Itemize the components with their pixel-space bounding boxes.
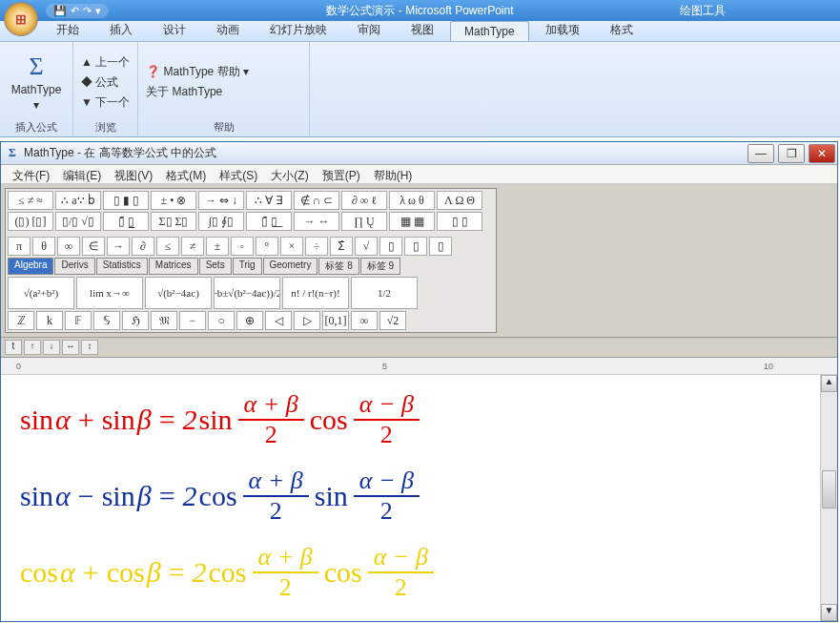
prev-button[interactable]: ▲ 上一个 — [81, 54, 130, 71]
palette-cell[interactable]: → ⇔ ↓ — [198, 191, 244, 210]
palette-cell[interactable]: ▯ ▮ ▯ — [103, 191, 149, 210]
palette-cell[interactable]: Λ Ω Θ — [437, 191, 482, 210]
palette-cell[interactable]: ∴ ∀ ∃ — [246, 191, 292, 210]
qat-redo-icon[interactable]: ↷ — [83, 5, 92, 17]
mathtype-title-bar[interactable]: Σ MathType - 在 高等数学公式 中的公式 — ❐ ✕ — [1, 142, 837, 165]
formula-3[interactable]: cosα + cosβ = 2 cos α + β2 cos α − β2 — [20, 543, 818, 602]
palette-cell[interactable]: ∫▯ ∮▯ — [198, 212, 244, 231]
template-cell[interactable]: (−b±√(b²−4ac))/2a — [214, 277, 280, 309]
symbol-button[interactable]: 𝕊 — [93, 311, 120, 330]
tab-格式[interactable]: 格式 — [596, 18, 647, 41]
symbol-button[interactable]: ○ — [208, 311, 235, 330]
qat-save-icon[interactable]: 💾 — [53, 5, 67, 17]
palette-cell[interactable]: → — [107, 237, 130, 256]
small-tool[interactable]: ↔ — [62, 340, 79, 355]
palette-cell[interactable]: ≤ — [156, 237, 179, 256]
palette-cell[interactable]: π — [8, 237, 31, 256]
palette-tab[interactable]: Matrices — [149, 258, 198, 275]
palette-cell[interactable]: ∈ — [82, 237, 105, 256]
symbol-button[interactable]: 𝔐 — [151, 311, 177, 330]
palette-cell[interactable]: ∉ ∩ ⊂ — [294, 191, 339, 210]
palette-cell[interactable]: √ — [355, 237, 378, 256]
tab-视图[interactable]: 视图 — [397, 18, 448, 41]
scroll-up-icon[interactable]: ▲ — [821, 375, 837, 392]
menu-item[interactable]: 预置(P) — [317, 167, 366, 181]
palette-tab[interactable]: Derivs — [54, 258, 94, 275]
palette-cell[interactable]: ▯ ▯ — [437, 212, 482, 231]
mathtype-button[interactable]: Σ MathType ▾ — [8, 52, 65, 112]
tab-MathType[interactable]: MathType — [450, 21, 529, 41]
palette-cell[interactable]: ▯̄ ▯͟ — [246, 212, 292, 231]
palette-cell[interactable]: ± — [206, 237, 229, 256]
palette-cell[interactable]: ± • ⊗ — [151, 191, 196, 210]
palette-cell[interactable]: ∂ ∞ ℓ — [341, 191, 387, 210]
symbol-button[interactable]: [0,1] — [322, 311, 349, 330]
palette-tab[interactable]: Algebra — [8, 258, 53, 275]
palette-tab[interactable]: Trig — [233, 258, 262, 275]
palette-cell[interactable]: Σ▯ Σ▯ — [151, 212, 196, 231]
palette-tab[interactable]: Sets — [199, 258, 232, 275]
menu-item[interactable]: 文件(F) — [7, 167, 55, 181]
menu-item[interactable]: 帮助(H) — [368, 167, 419, 181]
small-tool[interactable]: ↕ — [81, 340, 98, 355]
template-cell[interactable]: √(b²−4ac) — [145, 277, 212, 309]
palette-cell[interactable]: ∂ — [132, 237, 154, 256]
symbol-button[interactable]: ▷ — [294, 311, 320, 330]
tab-幻灯片放映[interactable]: 幻灯片放映 — [256, 18, 341, 41]
qat-dropdown-icon[interactable]: ▾ — [95, 5, 101, 17]
template-cell[interactable]: lim x→∞ — [76, 277, 143, 309]
symbol-button[interactable]: ℌ — [122, 311, 149, 330]
tab-动画[interactable]: 动画 — [202, 18, 254, 41]
palette-tab[interactable]: 标签 9 — [360, 258, 400, 275]
symbol-button[interactable]: ∞ — [351, 311, 378, 330]
palette-cell[interactable]: Σ̂ — [330, 237, 353, 256]
palette-cell[interactable]: ÷ — [305, 237, 328, 256]
tab-插入[interactable]: 插入 — [95, 18, 147, 41]
help-button[interactable]: ❓ MathType 帮助 ▾ — [146, 64, 249, 80]
menu-item[interactable]: 样式(S) — [214, 167, 263, 181]
palette-cell[interactable]: ≤ ≠ ≈ — [8, 191, 53, 210]
symbol-button[interactable]: ◁ — [265, 311, 292, 330]
palette-cell[interactable]: ▯/▯ √▯ — [55, 212, 101, 231]
symbol-button[interactable]: 𝔽 — [65, 311, 92, 330]
palette-cell[interactable]: ▯ — [404, 237, 427, 256]
formula-button[interactable]: ◆ 公式 — [81, 74, 130, 91]
palette-cell[interactable]: → ↔ — [294, 212, 339, 231]
tab-设计[interactable]: 设计 — [149, 18, 200, 41]
maximize-button[interactable]: ❐ — [778, 144, 805, 163]
small-tool[interactable]: t — [5, 340, 22, 355]
menu-item[interactable]: 格式(M) — [160, 167, 212, 181]
palette-tab[interactable]: Geometry — [263, 258, 318, 275]
ruler[interactable]: 0 5 10 — [1, 358, 837, 375]
qat-undo-icon[interactable]: ↶ — [71, 5, 79, 17]
tab-审阅[interactable]: 审阅 — [343, 18, 395, 41]
tab-开始[interactable]: 开始 — [42, 18, 93, 41]
menu-item[interactable]: 编辑(E) — [57, 167, 107, 181]
palette-cell[interactable]: × — [280, 237, 303, 256]
symbol-button[interactable]: √2 — [379, 311, 406, 330]
scroll-down-icon[interactable]: ▼ — [821, 604, 837, 621]
palette-cell[interactable]: ∏ Ų — [341, 212, 387, 231]
formula-1[interactable]: sinα + sinβ = 2 sin α + β2 cos α − β2 — [20, 390, 818, 449]
palette-cell[interactable]: ▦ ▦ — [389, 212, 435, 231]
palette-cell[interactable]: (▯) [▯] — [8, 212, 53, 231]
scroll-thumb[interactable] — [822, 470, 836, 509]
palette-cell[interactable]: ▯ — [429, 237, 452, 256]
menu-item[interactable]: 视图(V) — [109, 167, 158, 181]
tab-加载项[interactable]: 加载项 — [531, 18, 594, 41]
palette-cell[interactable]: ◦ — [231, 237, 254, 256]
palette-cell[interactable]: ≠ — [181, 237, 204, 256]
symbol-button[interactable]: ⊕ — [236, 311, 263, 330]
palette-tab[interactable]: 标签 8 — [318, 258, 359, 275]
symbol-button[interactable]: k — [36, 311, 63, 330]
next-button[interactable]: ▼ 下一个 — [81, 94, 130, 111]
palette-cell[interactable]: ∴ a∵ ḃ — [55, 191, 101, 210]
menu-item[interactable]: 大小(Z) — [265, 167, 314, 181]
palette-tab[interactable]: Statistics — [96, 258, 148, 275]
symbol-button[interactable]: ℤ — [8, 311, 34, 330]
vertical-scrollbar[interactable]: ▲ ▼ — [820, 375, 837, 621]
palette-cell[interactable]: ∞ — [57, 237, 80, 256]
palette-cell[interactable]: ° — [256, 237, 278, 256]
office-button[interactable]: ⊞ — [4, 2, 38, 36]
template-cell[interactable]: √(a²+b²) — [8, 277, 74, 309]
